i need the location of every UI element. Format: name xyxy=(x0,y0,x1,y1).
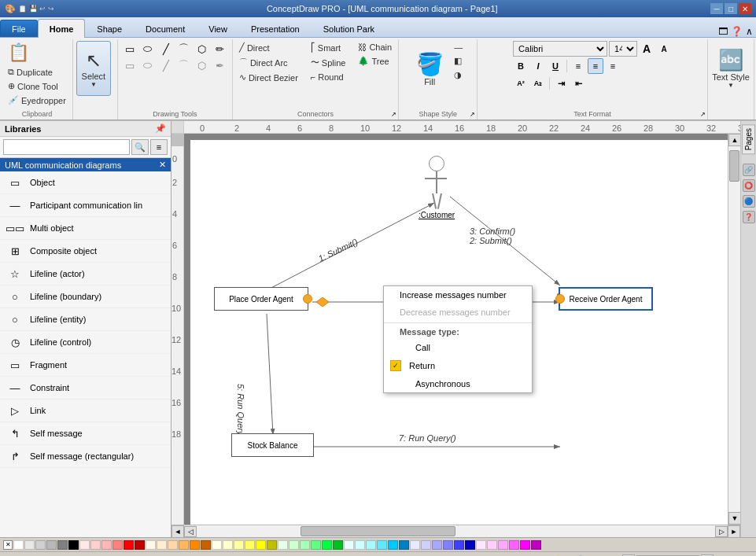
tab-shape[interactable]: Shape xyxy=(85,20,134,37)
place-order-agent-box[interactable]: Place Order Agent xyxy=(214,287,308,311)
color-swatch[interactable] xyxy=(245,540,255,550)
color-swatch[interactable] xyxy=(190,540,200,550)
rectangle-shape-btn[interactable]: ▭ xyxy=(121,41,138,57)
minimize-button[interactable]: ─ xyxy=(710,3,723,14)
color-swatch[interactable] xyxy=(322,540,332,550)
direct-connector-btn[interactable]: ╱ Direct xyxy=(236,41,301,54)
color-swatch[interactable] xyxy=(487,540,497,550)
color-swatch[interactable] xyxy=(90,540,101,550)
color-swatch[interactable] xyxy=(124,540,134,550)
color-swatch[interactable] xyxy=(289,540,299,550)
color-swatch[interactable] xyxy=(256,540,266,550)
color-swatch[interactable] xyxy=(311,540,321,550)
maximize-button[interactable]: □ xyxy=(725,3,737,14)
color-swatch[interactable] xyxy=(465,540,475,550)
font-size-select[interactable]: 14 xyxy=(609,41,637,57)
subscript-btn[interactable]: A² xyxy=(513,75,529,91)
color-swatch[interactable] xyxy=(157,540,167,550)
italic-btn[interactable]: I xyxy=(530,58,546,74)
color-swatch[interactable] xyxy=(179,540,189,550)
color-swatch[interactable] xyxy=(79,540,90,550)
scroll-page-left[interactable]: ◁ xyxy=(184,526,197,537)
library-item-constraint[interactable]: —Constraint xyxy=(0,377,171,400)
freeform-shape-btn[interactable]: ✏ xyxy=(212,41,229,57)
ellipse-shape-btn[interactable]: ⬭ xyxy=(139,41,157,57)
library-item-self-message-(rectangular)[interactable]: ↱Self message (rectangular) xyxy=(0,445,171,468)
library-item-fragment[interactable]: ▭Fragment xyxy=(0,354,171,377)
scroll-up-btn[interactable]: ▲ xyxy=(728,134,740,146)
direct-bezier-connector-btn[interactable]: ∿ Direct Bezier xyxy=(236,71,301,84)
color-swatch[interactable] xyxy=(344,540,354,550)
connectors-expand-icon[interactable]: ↗ xyxy=(391,111,396,118)
align-right-btn[interactable]: ≡ xyxy=(605,58,621,74)
color-swatch[interactable] xyxy=(223,540,233,550)
color-swatch[interactable] xyxy=(267,540,277,550)
chain-connector-btn[interactable]: ⛓ Chain xyxy=(355,41,395,53)
scroll-down-btn[interactable]: ▼ xyxy=(728,512,740,525)
help-btn[interactable]: ❓ xyxy=(731,26,743,37)
align-left-btn[interactable]: ≡ xyxy=(570,58,586,74)
no-color-swatch[interactable]: ✕ xyxy=(3,540,13,550)
library-tag-close[interactable]: ✕ xyxy=(159,160,166,170)
close-button[interactable]: ✕ xyxy=(739,3,751,14)
help-icon[interactable]: 🗖 xyxy=(718,26,728,37)
color-swatch[interactable] xyxy=(520,540,530,550)
color-swatch[interactable] xyxy=(35,540,46,550)
call-item[interactable]: Call xyxy=(384,339,532,356)
color-swatch[interactable] xyxy=(388,540,398,550)
shape-11-btn[interactable]: ⬡ xyxy=(194,57,211,73)
tab-view[interactable]: View xyxy=(197,20,239,37)
expand-btn[interactable]: ∧ xyxy=(746,26,753,37)
tab-home[interactable]: Home xyxy=(38,19,86,38)
shape-7-btn[interactable]: ▭ xyxy=(121,57,138,73)
color-swatch[interactable] xyxy=(101,540,112,550)
pages-tab[interactable]: Pages xyxy=(742,124,755,154)
scroll-page-right[interactable]: ▷ xyxy=(715,526,728,537)
color-swatch[interactable] xyxy=(278,540,288,550)
canvas-surface[interactable]: 1: Submit() 3: Confirm() 2: Submit() 4: … xyxy=(190,140,728,525)
library-item-participant-communication-lin[interactable]: —Participant communication lin xyxy=(0,194,171,217)
font-family-select[interactable]: Calibri xyxy=(513,41,607,57)
asynchronous-item[interactable]: Asynchronous xyxy=(384,375,532,392)
library-item-multi-object[interactable]: ▭▭Multi object xyxy=(0,217,171,240)
color-swatch[interactable] xyxy=(355,540,365,550)
color-swatch[interactable] xyxy=(498,540,508,550)
library-item-lifeline-(boundary)[interactable]: ○Lifeline (boundary) xyxy=(0,285,171,308)
action-btn-1[interactable]: 🔗 xyxy=(743,164,755,176)
paste-button[interactable]: 📋 xyxy=(5,41,69,64)
shape-10-btn[interactable]: ⌒ xyxy=(175,57,193,73)
color-swatch[interactable] xyxy=(201,540,211,550)
library-item-composite-object[interactable]: ⊞Composite object xyxy=(0,240,171,263)
tree-connector-btn[interactable]: 🌲 Tree xyxy=(355,54,395,68)
library-item-lifeline-(actor)[interactable]: ☆Lifeline (actor) xyxy=(0,263,171,285)
stock-balance-box[interactable]: Stock Balance xyxy=(231,433,314,457)
color-swatch[interactable] xyxy=(410,540,420,550)
scroll-h-thumb[interactable] xyxy=(301,526,456,536)
color-swatch[interactable] xyxy=(509,540,519,550)
color-swatch[interactable] xyxy=(24,540,35,550)
return-item[interactable]: ✓ Return xyxy=(384,356,532,375)
color-swatch[interactable] xyxy=(421,540,431,550)
increase-messages-item[interactable]: Increase messages number xyxy=(384,286,532,304)
color-swatch[interactable] xyxy=(399,540,409,550)
indent-btn[interactable]: ⇥ xyxy=(553,75,569,91)
color-swatch[interactable] xyxy=(57,540,68,550)
action-btn-2[interactable]: ⭕ xyxy=(743,179,755,192)
outdent-btn[interactable]: ⇤ xyxy=(570,75,586,91)
color-swatch[interactable] xyxy=(432,540,442,550)
shadow-btn[interactable]: ◧ xyxy=(451,54,466,68)
shape-12-btn[interactable]: ✒ xyxy=(212,57,229,73)
color-swatch[interactable] xyxy=(135,540,145,550)
color-swatch[interactable] xyxy=(377,540,387,550)
vertical-scrollbar[interactable]: ▲ ▼ xyxy=(728,134,740,525)
color-swatch[interactable] xyxy=(333,540,343,550)
bold-btn[interactable]: B xyxy=(513,58,529,74)
color-swatch[interactable] xyxy=(476,540,486,550)
scroll-right-btn[interactable]: ► xyxy=(728,525,740,538)
color-swatch[interactable] xyxy=(531,540,541,550)
select-button[interactable]: ↖ Select ▼ xyxy=(76,41,111,96)
superscript-btn[interactable]: A₂ xyxy=(530,75,546,91)
duplicate-button[interactable]: ⧉ Duplicate xyxy=(5,65,69,79)
color-swatch[interactable] xyxy=(68,540,79,550)
decrease-messages-item[interactable]: Decrease messages number xyxy=(384,304,532,321)
